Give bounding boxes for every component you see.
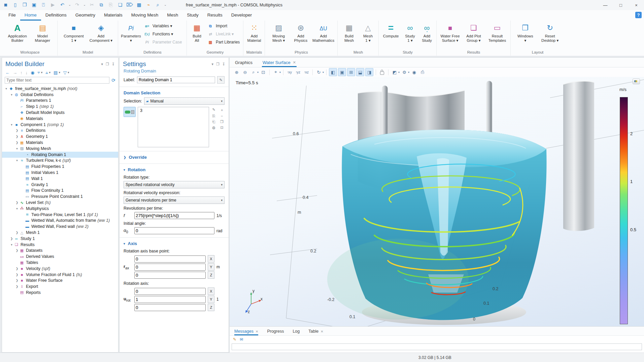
forward-icon[interactable]: → (13, 70, 17, 75)
menu-developer[interactable]: Developer (227, 10, 257, 21)
x-button[interactable]: X (208, 288, 214, 295)
import-button[interactable]: Import (207, 23, 240, 29)
sphere-icon[interactable]: ◍ (211, 125, 216, 130)
selection-combo[interactable]: ▰ Manual ▾ (144, 97, 225, 105)
environment-icon[interactable]: ⚙ (401, 68, 408, 76)
new-file-button[interactable]: ▯ (11, 1, 19, 8)
tree-item-step-1[interactable]: Step 1(step 1) (2, 103, 118, 110)
view-yz-button[interactable]: ↑yz (294, 68, 302, 76)
show-icon[interactable]: ◉ (31, 70, 34, 75)
add-plot-group-button[interactable]: Add PlotGroup ▾ (463, 22, 484, 43)
tree-item-volume-fraction[interactable]: ❯Volume Fraction of Fluid 1(ls) (2, 272, 118, 278)
close-icon[interactable]: ✕ (293, 60, 296, 65)
filter-arrow[interactable]: ▾ (68, 71, 69, 74)
tree-item-two-phase-flow[interactable]: Two-Phase Flow, Level Set 1(tpf 1) (2, 212, 118, 218)
tree-item-gravity-1[interactable]: Gravity 1 (2, 182, 118, 188)
part-libraries-button[interactable]: Part Libraries (207, 39, 240, 46)
panel-float-icon[interactable]: ❐ (106, 62, 109, 66)
settings-pin-icon[interactable]: ↧ (222, 62, 225, 66)
y-button[interactable]: Y (208, 296, 214, 303)
build-all-button[interactable]: BuildAll (189, 22, 205, 43)
tree-item-tables[interactable]: Tables (2, 260, 118, 266)
result-templates-button[interactable]: ResultTemplates (487, 22, 508, 43)
tree-item-mesh-1[interactable]: ❯Mesh 1 (2, 230, 118, 236)
interior-edges-toggle[interactable]: ⬓ (356, 68, 364, 76)
add-component-button[interactable]: AddComponent ▾ (90, 22, 112, 43)
rename-icon[interactable]: ✎ (217, 76, 225, 84)
grid-toggle[interactable]: ⊞ (347, 68, 355, 76)
x-button[interactable]: X (208, 255, 214, 263)
panel-menu-icon[interactable]: ▾ (101, 62, 103, 66)
copy-selection-icon[interactable]: ⎘ (211, 114, 216, 118)
expand-all-arrow[interactable]: ▾ (49, 71, 51, 74)
move-up-icon[interactable]: ↑ (20, 70, 23, 75)
comsol-view-chip-icon[interactable] (633, 79, 640, 84)
base-x-input[interactable] (134, 255, 206, 263)
tree-item-global-definitions[interactable]: ▾Global Definitions (2, 92, 118, 98)
pencil-icon[interactable]: ✎ (233, 337, 236, 342)
axis-y-input[interactable] (134, 296, 206, 303)
tree-item-parameters-1[interactable]: Parameters 1 (2, 98, 118, 104)
collapse-all-icon[interactable]: ⫧ (37, 70, 40, 75)
tree-item-global-materials[interactable]: Materials (2, 116, 118, 122)
tree-item-turbulent-flow[interactable]: ▾Turbulent Flow, k-ε(spf) (2, 158, 118, 164)
tree-item-pressure-point-constraint-1[interactable]: Pressure Point Constraint 1 (2, 193, 118, 200)
tab-progress[interactable]: Progress (267, 329, 284, 335)
menu-file[interactable]: File (4, 10, 20, 21)
save-button[interactable]: ▣ (30, 1, 38, 8)
initial-angle-input[interactable] (134, 227, 214, 234)
parameter-case-button[interactable]: Parameter Case (143, 39, 182, 46)
menu-results[interactable]: Results (203, 10, 227, 21)
component-button[interactable]: Component1 ▾ (63, 22, 84, 43)
velocity-expression-combo[interactable]: General revolutions per time▾ (124, 197, 225, 204)
tree-item-wetted-wall-2[interactable]: Wetted Wall, Fixed wall(ww 2) (2, 223, 118, 230)
tree-item-geometry-1[interactable]: ❯Geometry 1 (2, 133, 118, 140)
tree-item-root[interactable]: ▾free_surface_mixer_ls.mph(root) (2, 86, 118, 92)
paste-selection-icon[interactable]: ⎗ (211, 120, 216, 124)
menu-mesh[interactable]: Mesh (163, 10, 182, 21)
appearance-icon[interactable]: ◩ (391, 68, 398, 76)
messages-output-line[interactable] (232, 343, 642, 350)
tree-item-study-1[interactable]: ❯Study 1 (2, 236, 118, 242)
tree-item-velocity[interactable]: ❯Velocity(spf) (2, 266, 118, 272)
tree-item-results[interactable]: ▾Results (2, 242, 118, 248)
base-y-input[interactable] (134, 264, 206, 271)
menu-moving-mesh[interactable]: Moving Mesh (127, 10, 163, 21)
rotate-view-arrow[interactable]: ▾ (323, 71, 324, 74)
expand-all-icon[interactable]: ⫨ (45, 70, 48, 75)
find-button[interactable]: ⌕ (154, 1, 162, 8)
undo-menu-arrow[interactable]: ⌄ (68, 1, 71, 8)
windows-button[interactable]: Windows▾ (515, 22, 536, 43)
settings-float-icon[interactable]: ❐ (216, 62, 219, 66)
label-input[interactable] (137, 77, 215, 83)
node-text-icon[interactable]: ▤ (54, 70, 58, 75)
add-material-button[interactable]: AddMaterial (245, 22, 264, 43)
open-file-button[interactable]: ❒ (21, 1, 28, 8)
cut-button[interactable]: ✂ (88, 1, 96, 8)
close-button[interactable]: × (629, 0, 644, 10)
override-section[interactable]: ❯Override (120, 153, 229, 161)
add-study-button[interactable]: AddStudy (419, 22, 434, 43)
tab-log[interactable]: Log (293, 329, 300, 335)
menu-home[interactable]: Home (20, 10, 41, 21)
tree-item-multiphysics[interactable]: ▾Multiphysics (2, 206, 118, 212)
selection-list[interactable]: 3 (138, 107, 209, 147)
back-icon[interactable]: ← (5, 70, 10, 75)
base-z-input[interactable] (134, 272, 206, 279)
go-to-view-icon[interactable]: ⌖ (272, 68, 279, 76)
tree-item-rotating-domain-1[interactable]: Rotating Domain 1 (2, 152, 118, 158)
mesh-1-button[interactable]: Mesh1 ▾ (360, 22, 376, 43)
appearance-arrow[interactable]: ▾ (398, 71, 400, 74)
tree-item-reports[interactable]: Reports (2, 290, 118, 296)
tab-graphics[interactable]: Graphics (234, 60, 253, 67)
lock-icon[interactable] (378, 68, 386, 76)
undo-button[interactable]: ↶ (59, 1, 66, 8)
axis-x-input[interactable] (134, 288, 206, 295)
study-1-button[interactable]: Study1 ▾ (403, 22, 417, 43)
refresh-icon[interactable]: ⟳ (111, 78, 115, 83)
view-xz-button[interactable]: ↑xz (303, 68, 310, 76)
axis-section[interactable]: ▾Axis (120, 240, 229, 247)
tree-item-export[interactable]: ❯Export (2, 283, 118, 290)
tree-item-datasets[interactable]: ❯Datasets (2, 248, 118, 254)
perspective-toggle[interactable]: ◨ (365, 68, 373, 76)
